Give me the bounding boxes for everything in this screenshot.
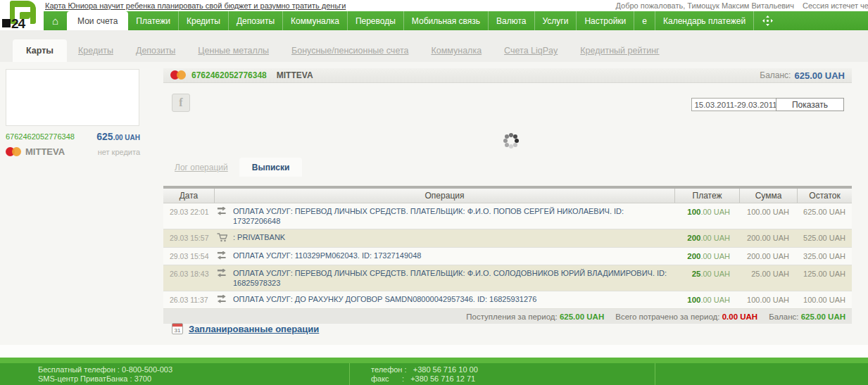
transaction-balance: 625.00 UAH [797, 203, 852, 229]
operation-type-icon [217, 206, 228, 217]
logo-24-label: 24 [11, 16, 25, 32]
nav-item-deposits[interactable]: Депозиты [228, 11, 282, 30]
nav-item-utilities[interactable]: Коммуналка [282, 11, 347, 30]
transaction-amount: 100.00 UAH [739, 291, 797, 308]
footer-right-section [655, 363, 868, 385]
operation-type-icon [217, 232, 228, 244]
summary-spent: Всего потрачено за период: 0.00 UAH [615, 313, 757, 321]
planned-operations-link[interactable]: 31 Запланированные операции [172, 323, 319, 334]
operation-type-icon [217, 251, 228, 262]
footer-contacts-left: Бесплатный телефон : 0-800-500-003 SMS-ц… [0, 363, 350, 385]
sidebar-card-balance: 625.00 UAH [96, 131, 140, 142]
bottom-band [0, 345, 868, 358]
facebook-icon[interactable]: f [172, 94, 190, 112]
summary-balance: Баланс: 625.00 UAH [769, 313, 845, 321]
sidebar-card-name: MITTEVA [6, 146, 65, 157]
subtab-statements[interactable]: Выписки [239, 158, 303, 177]
transaction-balance: 100.00 UAH [797, 291, 852, 308]
transaction-date: 26.03 11:37 [163, 291, 214, 308]
nav-item-transfers[interactable]: Переводы [347, 11, 403, 30]
transaction-payment: 100.00 UAH [674, 291, 739, 308]
nav-item-e[interactable]: е [634, 11, 655, 30]
account-tabs: Карты Кредиты Депозиты Ценные металлы Бо… [13, 39, 671, 62]
mastercard-icon [6, 147, 21, 157]
tab-liqpay-accounts[interactable]: Счета LiqPay [504, 46, 558, 56]
statement-subtabs: Лог операций Выписки [163, 158, 302, 177]
card-header-bar: 6762462052776348 MITTEVA Баланс: 625.00 … [163, 68, 852, 83]
tab-credits[interactable]: Кредиты [78, 46, 113, 56]
transaction-operation: ОПЛАТА УСЛУГ: ПЕРЕВОД ЛИЧНЫХ СРЕДСТВ. ПЛ… [233, 206, 669, 226]
calendar-icon: 31 [172, 323, 183, 334]
welcome-text: Добро пожаловать, Тимощук Максим Виталье… [615, 1, 794, 10]
main-nav: ⌂ Мои счета Платежи Кредиты Депозиты Ком… [44, 11, 868, 30]
footer-contacts-middle: телефон : +380 56 716 10 00 факс : +380 … [350, 363, 655, 385]
statements-table: Дата Операция Платеж Сумма Остаток 29.03… [163, 186, 852, 324]
move-crosshair-icon[interactable] [753, 11, 781, 30]
transaction-amount: 200.00 UAH [739, 229, 797, 247]
nav-item-settings[interactable]: Настройки [576, 11, 634, 30]
transaction-payment: 100.00 UAH [674, 203, 739, 229]
tab-bonus-pension-accounts[interactable]: Бонусные/пенсионные счета [291, 46, 408, 56]
table-row: 29.03 15:57 : PRIVATBANK 200.00 UAH 200.… [163, 229, 852, 248]
card-info-panel: 6762462052776348 625.00 UAH MITTEVA нет … [6, 131, 140, 161]
transaction-amount: 100.00 UAH [739, 203, 797, 229]
privat24-logo[interactable]: 24 [2, 1, 42, 31]
tab-precious-metals[interactable]: Ценные металлы [198, 46, 269, 56]
transaction-date: 29.03 15:57 [163, 229, 214, 247]
balance-value: 625.00 UAH [794, 70, 845, 81]
transaction-amount: 200.00 UAH [739, 248, 797, 265]
promo-link[interactable]: Карта Юниора научит ребенка планировать … [45, 1, 346, 10]
nav-item-home[interactable]: ⌂ [44, 11, 67, 30]
transaction-balance: 525.00 UAH [797, 229, 852, 247]
card-preview-box[interactable] [6, 69, 139, 126]
operation-type-icon [217, 294, 228, 305]
column-header-payment: Платеж [674, 189, 739, 203]
session-timer-text: Сессия истечет че [803, 1, 868, 10]
footer: Бесплатный телефон : 0-800-500-003 SMS-ц… [0, 358, 868, 385]
transaction-operation: ОПЛАТА УСЛУГ: 110329PM062043. ID: 173271… [233, 251, 421, 260]
transaction-balance: 125.00 UAH [797, 265, 852, 291]
table-row: 29.03 15:54 ОПЛАТА УСЛУГ: 110329PM062043… [163, 248, 852, 265]
card-name: MITTEVA [277, 70, 313, 80]
tab-cards[interactable]: Карты [13, 39, 67, 62]
show-button[interactable]: Показать [776, 98, 844, 111]
transaction-date: 29.03 15:54 [163, 248, 214, 265]
nav-item-my-accounts[interactable]: Мои счета [67, 11, 128, 30]
tab-utilities[interactable]: Коммуналка [431, 46, 482, 56]
logo-black-square [2, 19, 11, 27]
column-header-date: Дата [163, 189, 214, 203]
nav-item-payment-calendar[interactable]: Календарь платежей [655, 11, 753, 30]
transaction-operation: : PRIVATBANK [233, 232, 285, 242]
nav-item-currency[interactable]: Валюта [488, 11, 534, 30]
tab-deposits[interactable]: Депозиты [136, 46, 175, 56]
column-header-operation: Операция [214, 189, 674, 203]
operation-type-icon [217, 268, 228, 279]
subtab-operations-log[interactable]: Лог операций [163, 158, 239, 177]
transaction-operation: ОПЛАТА УСЛУГ: ПЕРЕВОД ЛИЧНЫХ СРЕДСТВ. ПЛ… [233, 268, 669, 288]
table-row: 26.03 18:43 ОПЛАТА УСЛУГ: ПЕРЕВОД ЛИЧНЫХ… [163, 265, 852, 291]
table-summary-row: Поступления за период: 625.00 UAH Всего … [163, 309, 852, 324]
sidebar-credit-note: нет кредита [98, 148, 140, 156]
transaction-date: 29.03 22:01 [163, 203, 214, 229]
table-row: 29.03 22:01 ОПЛАТА УСЛУГ: ПЕРЕВОД ЛИЧНЫХ… [163, 203, 852, 229]
nav-item-payments[interactable]: Платежи [128, 11, 178, 30]
transaction-balance: 325.00 UAH [797, 248, 852, 265]
transaction-amount: 25.00 UAH [739, 265, 797, 291]
transaction-date: 26.03 18:43 [163, 265, 214, 291]
top-bar: Карта Юниора научит ребенка планировать … [0, 0, 868, 11]
nav-item-mobile[interactable]: Мобильная связь [403, 11, 488, 30]
balance-label: Баланс: [760, 70, 791, 80]
column-header-balance: Остаток [797, 189, 852, 203]
tab-credit-rating[interactable]: Кредитный рейтинг [580, 46, 659, 56]
period-range-input[interactable] [691, 98, 780, 111]
sidebar-card-number[interactable]: 6762462052776348 [6, 132, 75, 141]
nav-item-credits[interactable]: Кредиты [178, 11, 228, 30]
loading-spinner-icon [509, 139, 513, 143]
transaction-payment: 200.00 UAH [674, 229, 739, 247]
mastercard-icon [170, 70, 186, 80]
transaction-payment: 200.00 UAH [674, 248, 739, 265]
nav-item-services[interactable]: Услуги [534, 11, 577, 30]
column-header-amount: Сумма [739, 189, 797, 203]
home-icon: ⌂ [52, 15, 58, 27]
transaction-operation: ОПЛАТА УСЛУГ: ДО РАХУНКУ ДОГОВОР SAMDN08… [233, 294, 536, 304]
